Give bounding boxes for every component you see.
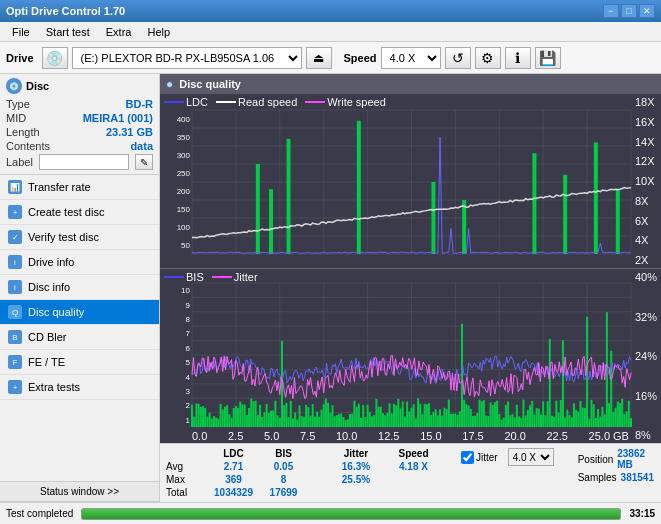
sidebar-item-verify-test-disc[interactable]: ✓ Verify test disc [0, 225, 159, 250]
refresh-button[interactable]: ↺ [445, 47, 471, 69]
length-value: 23.31 GB [106, 126, 153, 138]
info-button[interactable]: ℹ [505, 47, 531, 69]
status-text: Test completed [6, 508, 73, 519]
title-bar: Opti Drive Control 1.70 − □ ✕ [0, 0, 661, 22]
sidebar-item-drive-info[interactable]: i Drive info [0, 250, 159, 275]
max-jitter: 25.5% [326, 474, 386, 485]
ldc-legend: LDC [164, 96, 208, 108]
label-edit-button[interactable]: ✎ [135, 154, 153, 170]
settings-button[interactable]: ⚙ [475, 47, 501, 69]
disc-title: Disc [26, 80, 49, 92]
progress-fill [82, 509, 620, 519]
max-bis: 8 [261, 474, 306, 485]
label-label: Label [6, 156, 33, 168]
status-window-button[interactable]: Status window >> [0, 481, 159, 502]
app-window: Opti Drive Control 1.70 − □ ✕ File Start… [0, 0, 661, 502]
speed-display-select[interactable]: 4.0 X [508, 448, 554, 466]
status-bar: Test completed 33:15 [0, 502, 661, 524]
transfer-rate-icon: 📊 [8, 180, 22, 194]
maximize-button[interactable]: □ [621, 4, 637, 18]
contents-label: Contents [6, 140, 50, 152]
position-label: Position [578, 454, 614, 465]
total-ldc: 1034329 [206, 487, 261, 498]
drive-label: Drive [6, 52, 34, 64]
minimize-button[interactable]: − [603, 4, 619, 18]
position-value: 23862 MB [617, 448, 654, 470]
mid-label: MID [6, 112, 26, 124]
jitter-legend: Jitter [212, 271, 258, 283]
drive-select[interactable]: (E:) PLEXTOR BD-R PX-LB950SA 1.06 [72, 47, 302, 69]
label-input[interactable] [39, 154, 129, 170]
app-title: Opti Drive Control 1.70 [6, 5, 125, 17]
nav-items: 📊 Transfer rate + Create test disc ✓ Ver… [0, 175, 159, 481]
disc-quality-icon: Q [8, 305, 22, 319]
menu-bar: File Start test Extra Help [0, 22, 661, 42]
samples-value: 381541 [621, 472, 654, 483]
sidebar-item-label: Verify test disc [28, 231, 99, 243]
verify-test-icon: ✓ [8, 230, 22, 244]
read-speed-legend: Read speed [216, 96, 297, 108]
sidebar: 💿 Disc Type BD-R MID MEIRA1 (001) Length… [0, 74, 160, 502]
speed-label: Speed [344, 52, 377, 64]
close-button[interactable]: ✕ [639, 4, 655, 18]
total-bis: 17699 [261, 487, 306, 498]
mid-value: MEIRA1 (001) [83, 112, 153, 124]
extra-tests-icon: + [8, 380, 22, 394]
sidebar-item-disc-quality[interactable]: Q Disc quality [0, 300, 159, 325]
content-area: ● Disc quality LDC [160, 74, 661, 502]
stats-area: LDC BIS Jitter Speed Avg 2.71 0.05 16.3%… [160, 443, 661, 502]
write-speed-legend: Write speed [305, 96, 386, 108]
type-label: Type [6, 98, 30, 110]
sidebar-item-label: Transfer rate [28, 181, 91, 193]
chart-header: ● Disc quality [160, 74, 661, 94]
progress-bar [81, 508, 621, 520]
chart-title: Disc quality [179, 78, 241, 90]
disc-panel: 💿 Disc Type BD-R MID MEIRA1 (001) Length… [0, 74, 159, 175]
sidebar-item-cd-bler[interactable]: B CD Bler [0, 325, 159, 350]
sidebar-item-label: Disc info [28, 281, 70, 293]
cd-bler-icon: B [8, 330, 22, 344]
eject-button[interactable]: ⏏ [306, 47, 332, 69]
sidebar-item-transfer-rate[interactable]: 📊 Transfer rate [0, 175, 159, 200]
disc-icon: 💿 [6, 78, 22, 94]
sidebar-item-label: Disc quality [28, 306, 84, 318]
contents-value: data [130, 140, 153, 152]
avg-bis: 0.05 [261, 461, 306, 472]
length-label: Length [6, 126, 40, 138]
bottom-chart [160, 269, 661, 443]
sidebar-item-label: Drive info [28, 256, 74, 268]
speed-select[interactable]: 4.0 X [381, 47, 441, 69]
create-test-icon: + [8, 205, 22, 219]
menu-file[interactable]: File [4, 24, 38, 40]
sidebar-item-label: Create test disc [28, 206, 104, 218]
drive-info-icon: i [8, 255, 22, 269]
menu-extra[interactable]: Extra [98, 24, 140, 40]
sidebar-item-disc-info[interactable]: i Disc info [0, 275, 159, 300]
sidebar-item-label: CD Bler [28, 331, 67, 343]
save-button[interactable]: 💾 [535, 47, 561, 69]
drive-toolbar: Drive 💿 (E:) PLEXTOR BD-R PX-LB950SA 1.0… [0, 42, 661, 74]
jitter-speed-area: Jitter 4.0 X [461, 448, 554, 466]
sidebar-item-extra-tests[interactable]: + Extra tests [0, 375, 159, 400]
sidebar-item-label: FE / TE [28, 356, 65, 368]
avg-speed: 4.18 X [386, 461, 441, 472]
bis-legend: BIS [164, 271, 204, 283]
sidebar-item-create-test-disc[interactable]: + Create test disc [0, 200, 159, 225]
sidebar-item-label: Extra tests [28, 381, 80, 393]
y-axis-right-top: 18X16X14X12X10X8X6X4X2X [633, 94, 661, 268]
drive-icon-button[interactable]: 💿 [42, 47, 68, 69]
max-ldc: 369 [206, 474, 261, 485]
stats-table: LDC BIS Jitter Speed Avg 2.71 0.05 16.3%… [166, 448, 441, 498]
sidebar-item-fe-te[interactable]: F FE / TE [0, 350, 159, 375]
menu-start-test[interactable]: Start test [38, 24, 98, 40]
menu-help[interactable]: Help [139, 24, 178, 40]
avg-jitter: 16.3% [326, 461, 386, 472]
fe-te-icon: F [8, 355, 22, 369]
samples-label: Samples [578, 472, 617, 483]
jitter-label: Jitter [476, 452, 498, 463]
type-value: BD-R [126, 98, 154, 110]
jitter-checkbox[interactable] [461, 451, 474, 464]
window-controls: − □ ✕ [603, 4, 655, 18]
avg-ldc: 2.71 [206, 461, 261, 472]
status-time: 33:15 [629, 508, 655, 519]
